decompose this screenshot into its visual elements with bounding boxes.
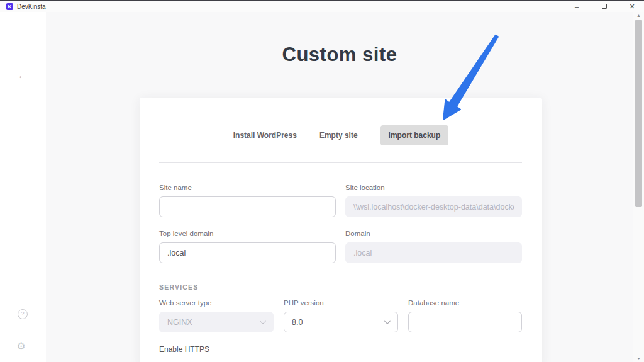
site-location-field-group: Site location — [345, 184, 522, 217]
web-server-type-value: NGINX — [167, 318, 192, 327]
enable-https-label: Enable HTTPS — [159, 345, 209, 354]
sidebar: ← ? ⚙ — [0, 12, 46, 362]
site-name-field-group: Site name — [159, 184, 336, 217]
scrollbar-thumb[interactable] — [635, 20, 642, 207]
site-type-tabs: Install WordPress Empty site Import back… — [140, 125, 542, 145]
restore-window-icon — [602, 4, 607, 9]
close-icon[interactable]: ✕ — [628, 1, 636, 12]
site-location-input — [345, 196, 522, 217]
chevron-down-icon — [384, 318, 391, 324]
devkinsta-logo-icon: K — [6, 3, 13, 10]
top-level-domain-field-group: Top level domain — [159, 230, 336, 263]
chevron-down-icon — [260, 318, 266, 324]
site-name-label: Site name — [159, 184, 336, 191]
help-icon[interactable]: ? — [18, 309, 28, 319]
php-version-select[interactable]: 8.0 — [284, 312, 398, 332]
database-name-label: Database name — [408, 299, 522, 307]
tab-install-wordpress[interactable]: Install WordPress — [233, 131, 297, 140]
minimize-icon[interactable]: – — [572, 1, 581, 12]
php-version-field-group: PHP version 8.0 — [284, 299, 398, 332]
vertical-scrollbar[interactable]: ▲ ▼ — [633, 12, 644, 362]
web-server-field-group: Web server type NGINX — [159, 299, 274, 332]
domain-input — [345, 242, 522, 263]
create-site-card: Install WordPress Empty site Import back… — [140, 98, 542, 362]
web-server-type-select: NGINX — [159, 312, 274, 332]
top-level-domain-input[interactable] — [159, 242, 336, 263]
services-section-heading: SERVICES — [159, 283, 199, 291]
window-controls: – ✕ — [572, 1, 639, 12]
tabs-divider — [159, 162, 522, 163]
back-arrow-icon[interactable]: ← — [18, 70, 27, 81]
database-name-input[interactable] — [408, 312, 522, 332]
settings-gear-icon[interactable]: ⚙ — [17, 341, 25, 352]
php-version-label: PHP version — [284, 299, 398, 307]
site-name-input[interactable] — [159, 196, 336, 217]
scroll-down-icon[interactable]: ▼ — [633, 356, 644, 361]
tab-empty-site[interactable]: Empty site — [319, 131, 358, 140]
app-title: DevKinsta — [17, 3, 46, 10]
domain-field-group: Domain — [345, 230, 522, 263]
site-location-label: Site location — [345, 184, 522, 191]
tab-import-backup[interactable]: Import backup — [380, 125, 449, 145]
page-title: Custom site — [46, 43, 633, 66]
domain-label: Domain — [345, 230, 522, 237]
web-server-type-label: Web server type — [159, 299, 274, 307]
php-version-value: 8.0 — [292, 318, 303, 327]
maximize-icon[interactable] — [600, 1, 609, 12]
top-level-domain-label: Top level domain — [159, 230, 336, 237]
database-name-field-group: Database name — [408, 299, 522, 332]
scroll-up-icon[interactable]: ▲ — [633, 13, 644, 18]
titlebar: K DevKinsta – ✕ — [0, 0, 644, 12]
